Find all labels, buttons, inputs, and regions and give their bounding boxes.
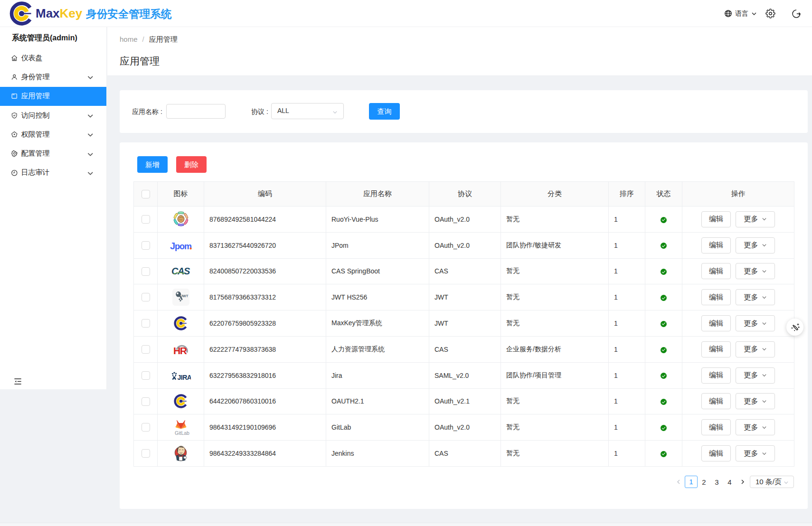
svg-text:CAS: CAS	[171, 266, 190, 276]
svg-text:HR: HR	[173, 345, 187, 356]
svg-text:GitLab: GitLab	[175, 430, 189, 436]
svg-text:J: J	[170, 241, 175, 251]
svg-text:JWT: JWT	[180, 294, 188, 299]
svg-text:JIRA: JIRA	[177, 373, 191, 381]
svg-text:pom: pom	[175, 242, 191, 251]
